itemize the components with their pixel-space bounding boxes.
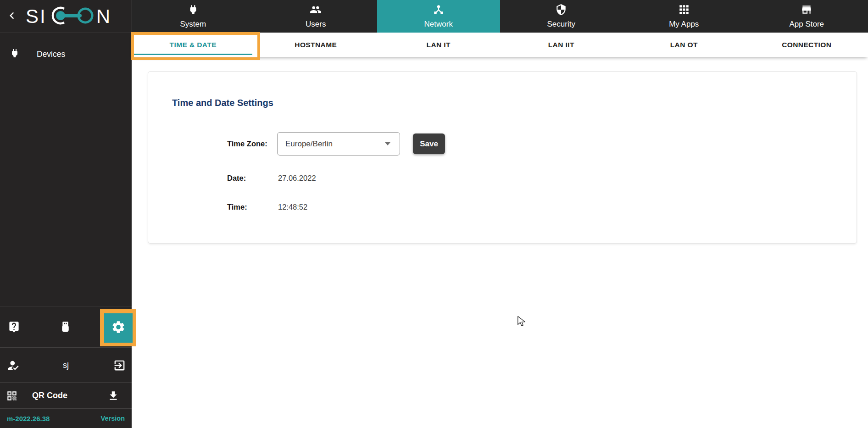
logo-dumbbell-icon: [48, 5, 95, 28]
download-button[interactable]: [107, 390, 119, 404]
timezone-selected-value: Europe/Berlin: [285, 139, 333, 149]
time-label: Time:: [227, 203, 247, 211]
device-dongle-button[interactable]: [59, 320, 72, 335]
subtab-connection[interactable]: CONNECTION: [746, 33, 868, 57]
logo-text-right: N: [96, 6, 111, 28]
sidebar-header: SI N: [0, 0, 131, 33]
dongle-icon: [59, 327, 72, 335]
sidebar: SI N Devices: [0, 0, 132, 428]
tab-label: System: [180, 20, 206, 29]
subtab-label: TIME & DATE: [170, 41, 217, 49]
tab-label: Network: [424, 20, 453, 29]
version-value: m-2022.26.38: [7, 415, 50, 422]
subtab-lan-ot[interactable]: LAN OT: [623, 33, 746, 57]
active-tab-indicator: [134, 54, 252, 55]
timezone-select[interactable]: Europe/Berlin: [277, 132, 400, 156]
live-help-icon: [8, 327, 20, 334]
sidebar-item-label: Devices: [37, 50, 65, 59]
sidebar-user-row: sj: [0, 347, 132, 382]
time-value: 12:48:52: [278, 203, 307, 211]
date-value: 27.06.2022: [278, 174, 316, 183]
plug-icon: [9, 48, 20, 61]
sidebar-divider: [0, 33, 131, 33]
download-icon: [107, 395, 119, 403]
exit-to-app-icon: [113, 366, 126, 373]
help-button[interactable]: [8, 321, 20, 335]
top-navigation: System Users Network Security My Apps: [132, 0, 868, 33]
sidebar-version-row: m-2022.26.38 Version: [0, 408, 132, 428]
time-date-settings-card: Time and Date Settings Time Zone: Europe…: [148, 71, 857, 244]
subtab-lan-it[interactable]: LAN IT: [377, 33, 500, 57]
logo-text-left: SI: [26, 6, 47, 28]
subtab-label: LAN IT: [427, 41, 451, 49]
subtab-hostname[interactable]: HOSTNAME: [255, 33, 378, 57]
subtab-time-date[interactable]: TIME & DATE: [132, 33, 255, 57]
logout-button[interactable]: [113, 359, 126, 374]
timezone-label: Time Zone:: [227, 132, 267, 156]
chevron-down-icon: [385, 142, 390, 145]
tab-label: Security: [547, 20, 575, 29]
page-title: Time and Date Settings: [172, 98, 273, 108]
highlight-box-settings: [100, 309, 136, 346]
username-label: sj: [0, 348, 132, 383]
version-label: Version: [101, 415, 125, 422]
qr-code-button[interactable]: [6, 390, 18, 404]
subtab-label: HOSTNAME: [295, 41, 337, 49]
main-content: Time and Date Settings Time Zone: Europe…: [132, 57, 868, 428]
users-icon: [310, 4, 322, 17]
gear-icon: [111, 320, 126, 336]
tab-security[interactable]: Security: [500, 0, 623, 33]
tab-app-store[interactable]: App Store: [746, 0, 868, 33]
collapse-sidebar-button[interactable]: [3, 7, 21, 26]
tab-label: Users: [306, 20, 326, 29]
subtab-label: LAN OT: [670, 41, 698, 49]
network-hub-icon: [433, 4, 445, 17]
power-plug-icon: [187, 4, 199, 17]
shield-icon: [555, 4, 567, 17]
settings-button[interactable]: [104, 313, 133, 343]
save-button[interactable]: Save: [413, 133, 445, 154]
tab-network[interactable]: Network: [377, 0, 500, 33]
subtab-label: CONNECTION: [782, 41, 831, 49]
tab-system[interactable]: System: [132, 0, 255, 33]
app-screen: SI N Devices: [0, 0, 868, 428]
tab-label: App Store: [789, 20, 824, 29]
storefront-icon: [801, 4, 812, 17]
chevron-left-icon: [5, 9, 19, 24]
subtab-label: LAN IIT: [548, 41, 574, 49]
tab-my-apps[interactable]: My Apps: [623, 0, 746, 33]
sidebar-item-devices[interactable]: Devices: [0, 42, 131, 66]
tab-label: My Apps: [669, 20, 699, 29]
subtab-lan-iit[interactable]: LAN IIT: [500, 33, 623, 57]
apps-grid-icon: [678, 4, 690, 17]
tab-users[interactable]: Users: [255, 0, 378, 33]
qr-code-label: QR Code: [32, 383, 67, 409]
sub-navigation: TIME & DATE HOSTNAME LAN IT LAN IIT LAN …: [132, 33, 868, 57]
qr-code-icon: [6, 395, 18, 403]
sidebar-qr-row: QR Code: [0, 382, 132, 408]
sicon-logo: SI N: [26, 5, 111, 28]
date-label: Date:: [227, 174, 246, 183]
